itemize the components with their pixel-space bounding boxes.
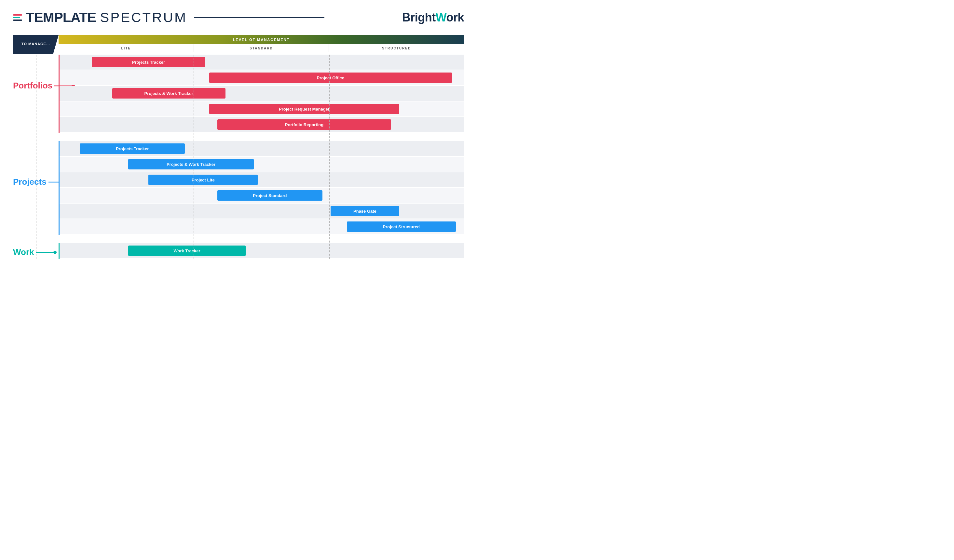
bar-project-office[interactable]: Project Office [209, 73, 452, 83]
brightwork-accent: W [436, 11, 446, 24]
bar-row: Project Request Manager [59, 101, 464, 117]
bar-project-request-manager[interactable]: Project Request Manager [209, 104, 399, 114]
projects-section: Projects Projects Tracker [59, 141, 464, 235]
title-block: TEMPLATE SPECTRUM [13, 10, 324, 25]
chart-body: Portfolios Projects Tracker [13, 54, 464, 259]
portfolios-section: Portfolios Projects Tracker [59, 54, 464, 133]
bar-row: Projects Tracker [59, 141, 464, 156]
bar-row: Project Office [59, 70, 464, 85]
bar-row: Work Tracker [59, 243, 464, 258]
portfolios-bars: Projects Tracker Project Office Projects… [59, 54, 464, 133]
bar-project-lite[interactable]: Project Lite [148, 175, 258, 185]
chart: TO MANAGE... LEVEL OF MANAGEMENT LITE ST… [13, 35, 464, 259]
manage-label: TO MANAGE... [13, 35, 59, 54]
chart-header: TO MANAGE... LEVEL OF MANAGEMENT LITE ST… [13, 35, 464, 54]
bar-projects-work-tracker-project[interactable]: Projects & Work Tracker [128, 159, 254, 170]
portfolios-label: Portfolios [13, 81, 52, 91]
left-dashed-line [36, 54, 36, 259]
title-spectrum: SPECTRUM [100, 10, 187, 25]
bar-row: Phase Gate [59, 204, 464, 219]
title-template: TEMPLATE [13, 10, 96, 25]
bar-projects-tracker-project[interactable]: Projects Tracker [80, 143, 185, 154]
bar-projects-work-tracker-portfolio[interactable]: Projects & Work Tracker [112, 88, 226, 98]
header: TEMPLATE SPECTRUM BrightWork [13, 10, 464, 25]
bar-row: Projects & Work Tracker [59, 86, 464, 101]
page: TEMPLATE SPECTRUM BrightWork TO MANAGE..… [0, 0, 477, 280]
spacer-2 [59, 238, 464, 243]
title-divider [194, 17, 324, 18]
col-structured: STRUCTURED [329, 44, 464, 52]
right-column: Portfolios Projects Tracker [59, 54, 464, 259]
level-of-management-text: LEVEL OF MANAGEMENT [233, 38, 290, 42]
col-lite: LITE [59, 44, 194, 52]
work-label: Work [13, 247, 34, 257]
dashed-line-1 [193, 54, 194, 259]
bar-work-tracker[interactable]: Work Tracker [128, 246, 245, 256]
svg-point-5 [53, 251, 57, 254]
bar-projects-tracker-portfolio[interactable]: Projects Tracker [92, 57, 205, 67]
bar-portfolio-reporting[interactable]: Portfolio Reporting [217, 119, 391, 130]
bar-project-structured[interactable]: Project Structured [347, 221, 456, 232]
gradient-bar: LEVEL OF MANAGEMENT [59, 35, 464, 44]
bar-row: Portfolio Reporting [59, 117, 464, 132]
work-section: Work Work Tracker [59, 243, 464, 259]
work-arrow [36, 250, 59, 255]
dashed-line-2 [329, 54, 330, 259]
projects-bars: Projects Tracker Projects & Work Tracker… [59, 141, 464, 235]
menu-icon [13, 14, 22, 21]
bar-row: Project Lite [59, 173, 464, 187]
brightwork-logo: BrightWork [402, 11, 464, 24]
bar-row: Project Standard [59, 188, 464, 203]
manage-label-box: TO MANAGE... [13, 35, 59, 54]
level-header-area: LEVEL OF MANAGEMENT LITE STANDARD STRUCT… [59, 35, 464, 54]
bar-row: Projects Tracker [59, 54, 464, 70]
work-bars: Work Tracker [59, 243, 464, 259]
bar-row: Project Structured [59, 219, 464, 234]
sub-header: LITE STANDARD STRUCTURED [59, 44, 464, 52]
spacer-1 [59, 136, 464, 141]
projects-label: Projects [13, 177, 47, 187]
template-text: TEMPLATE [26, 10, 96, 25]
bar-project-standard[interactable]: Project Standard [217, 190, 323, 201]
col-standard: STANDARD [194, 44, 329, 52]
bar-phase-gate[interactable]: Phase Gate [330, 206, 399, 216]
bar-row: Projects & Work Tracker [59, 157, 464, 172]
